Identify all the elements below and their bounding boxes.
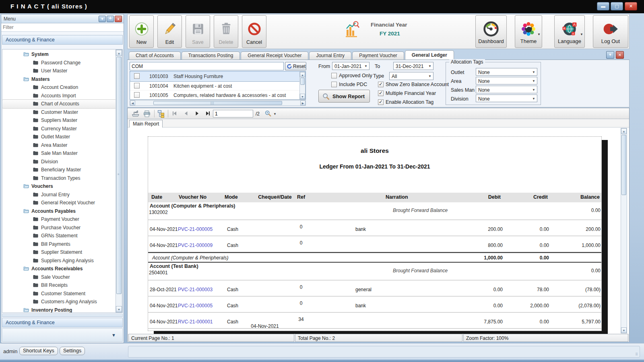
- zoom-icon[interactable]: [264, 110, 272, 118]
- pin-icon[interactable]: [107, 16, 114, 22]
- tree-item[interactable]: Sale Voucher: [2, 273, 116, 282]
- close-icon[interactable]: x: [115, 16, 122, 22]
- tree-group[interactable]: Vouchers: [2, 182, 116, 191]
- tree-item[interactable]: Area Master: [2, 141, 116, 150]
- chevron-down-icon[interactable]: ▼: [111, 333, 116, 337]
- main-report-tab[interactable]: Main Report: [129, 120, 163, 128]
- tree-group[interactable]: System: [2, 50, 116, 59]
- dashboard-button[interactable]: Dashboard: [475, 15, 507, 48]
- document-tab[interactable]: General Receipt Voucher: [241, 51, 308, 60]
- voucher-link[interactable]: PVC-21-000009: [178, 243, 213, 248]
- show-zero-balance-checkbox[interactable]: Show Zero Balance Account: [378, 82, 449, 87]
- page-number-input[interactable]: [213, 110, 253, 117]
- menu-section-header[interactable]: Accounting & Finance: [2, 35, 123, 45]
- print-icon[interactable]: [143, 110, 151, 118]
- account-checkbox[interactable]: [134, 73, 140, 79]
- approved-only-checkbox[interactable]: Approved Only: [331, 73, 372, 78]
- last-page-icon[interactable]: [204, 110, 212, 118]
- language-button[interactable]: AAx Language ▼: [554, 15, 585, 48]
- resize-grip-icon[interactable]: ⠿: [635, 352, 638, 356]
- document-tab[interactable]: General Ledger: [405, 50, 454, 60]
- tree-item[interactable]: Suppliers Aging Analysis: [2, 257, 116, 265]
- tree-item[interactable]: Customer Statement: [2, 290, 116, 298]
- chevron-down-icon[interactable]: ▼: [537, 33, 541, 36]
- account-list-scrollbar[interactable]: ▲ ▼: [299, 72, 305, 99]
- tree-item[interactable]: Currency Master: [2, 125, 116, 133]
- document-tab[interactable]: Chart of Accounts: [129, 51, 181, 60]
- account-checkbox[interactable]: [134, 92, 140, 98]
- tree-item[interactable]: Suppliers Master: [2, 116, 116, 125]
- prev-page-icon[interactable]: [182, 110, 190, 118]
- tree-item[interactable]: Bill Payments: [2, 240, 116, 249]
- account-list-hscrollbar[interactable]: ◀ ||| ▶: [130, 100, 306, 106]
- theme-button[interactable]: Theme ▼: [515, 15, 542, 48]
- enable-allocation-tag-checkbox[interactable]: Enable Allocation Tag: [378, 99, 433, 105]
- area-combo[interactable]: None▼: [476, 77, 537, 84]
- voucher-link[interactable]: PVC-21-000005: [178, 303, 213, 309]
- group-tree-icon[interactable]: [157, 110, 165, 118]
- scroll-thumb[interactable]: [153, 101, 282, 105]
- type-combo[interactable]: All▼: [389, 72, 433, 80]
- tree-item[interactable]: Chart of Accounts: [2, 100, 116, 108]
- voucher-link[interactable]: RVC-21-000001: [178, 319, 213, 325]
- tree-item[interactable]: Customers Aging Analysis: [2, 298, 116, 306]
- logout-button[interactable]: Log Out: [593, 15, 628, 48]
- save-button[interactable]: Save: [186, 15, 210, 48]
- sales-man-combo[interactable]: None▼: [476, 86, 537, 93]
- cancel-button[interactable]: Cancel: [242, 15, 266, 48]
- minimize-button[interactable]: ▬: [597, 2, 609, 10]
- scroll-up-icon[interactable]: ▲: [621, 128, 627, 134]
- tree-item[interactable]: Beneficiary Master: [2, 166, 116, 174]
- tree-item[interactable]: Outlet Master: [2, 133, 116, 141]
- outlet-combo[interactable]: None▼: [476, 68, 537, 76]
- tree-group[interactable]: Accounts Receivables: [2, 265, 116, 273]
- voucher-link[interactable]: PVC-21-000005: [178, 226, 213, 232]
- document-tab[interactable]: Journal Entry: [309, 51, 351, 60]
- tree-item[interactable]: Purchase Voucher: [2, 224, 116, 232]
- tree-item[interactable]: Journal Entry: [2, 191, 116, 199]
- tree-item[interactable]: Bill Receipts: [2, 281, 116, 290]
- tab-list-dropdown-icon[interactable]: ▼: [606, 51, 614, 59]
- settings-button[interactable]: Settings: [60, 347, 85, 355]
- account-row[interactable]: 1001004 Kitchen equipment - at cost: [130, 81, 305, 91]
- scroll-down-icon[interactable]: ▼: [116, 306, 122, 312]
- document-tab[interactable]: Transactions Posting: [182, 51, 240, 60]
- tree-group[interactable]: Accounts Payables: [2, 207, 116, 216]
- tree-item[interactable]: Account Creation: [2, 83, 116, 92]
- chevron-down-icon[interactable]: ▼: [273, 112, 277, 116]
- tree-item[interactable]: Division: [2, 158, 116, 166]
- scroll-down-icon[interactable]: ▼: [621, 327, 627, 333]
- to-date-combo[interactable]: 31-Dec-2021▼: [393, 62, 433, 70]
- include-pdc-checkbox[interactable]: Include PDC: [331, 82, 367, 87]
- tab-close-icon[interactable]: ✕: [616, 51, 624, 59]
- report-scrollbar[interactable]: ▲ ▼: [621, 128, 627, 333]
- document-tab[interactable]: Payment Voucher: [352, 51, 404, 60]
- chevron-down-icon[interactable]: ▼: [580, 33, 583, 36]
- account-row[interactable]: 1001005 Computers, related hardware & ac…: [130, 90, 305, 100]
- scroll-up-icon[interactable]: ▲: [300, 72, 305, 77]
- tree-group[interactable]: Inventory Posting: [2, 306, 116, 313]
- panel-splitter[interactable]: [2, 314, 123, 317]
- division-combo[interactable]: None▼: [476, 95, 537, 102]
- show-report-button[interactable]: Show Report: [318, 90, 370, 103]
- next-page-icon[interactable]: [194, 110, 202, 118]
- chevron-down-icon[interactable]: ▼: [99, 16, 106, 22]
- menu-bottom-section[interactable]: Accounting & Finance: [2, 318, 123, 327]
- new-button[interactable]: New: [129, 15, 154, 48]
- scroll-right-icon[interactable]: ▶: [300, 101, 305, 105]
- delete-button[interactable]: Delete: [214, 15, 238, 48]
- account-search-input[interactable]: [130, 62, 284, 70]
- tree-item[interactable]: User Master: [2, 67, 116, 75]
- account-row[interactable]: 1001003 Staff Housing Furniture: [130, 72, 305, 81]
- scroll-left-icon[interactable]: ◀: [130, 101, 135, 105]
- scroll-down-icon[interactable]: ▼: [300, 94, 305, 99]
- edit-button[interactable]: Edit: [157, 15, 182, 48]
- tree-scrollbar[interactable]: ▲ ≡ ▼: [116, 49, 122, 313]
- account-checkbox[interactable]: [134, 83, 140, 88]
- tree-item[interactable]: GRNs Statement: [2, 232, 116, 240]
- tree-item[interactable]: Accounts Import: [2, 92, 116, 100]
- first-page-icon[interactable]: [171, 110, 179, 118]
- tree-item[interactable]: Payment Voucher: [2, 215, 116, 224]
- tree-item[interactable]: Supplier Statement: [2, 248, 116, 257]
- voucher-link[interactable]: PVC-21-000003: [178, 287, 213, 292]
